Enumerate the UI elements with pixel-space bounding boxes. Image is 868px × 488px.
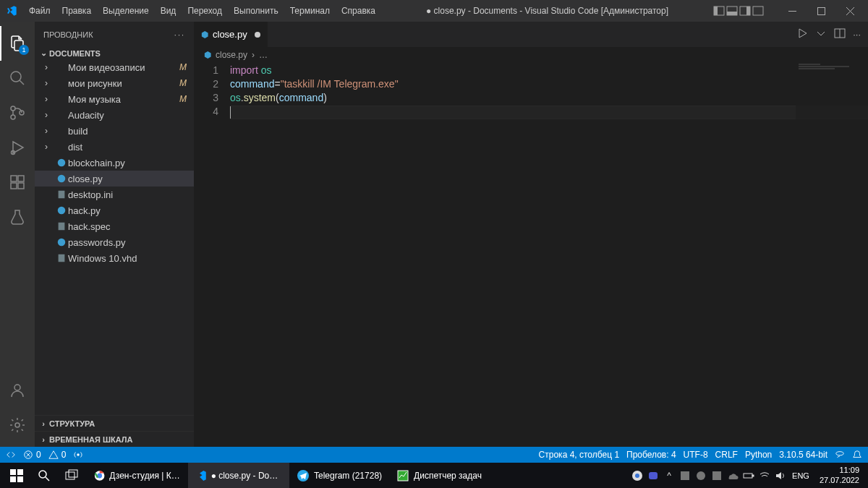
svg-rect-24 [59,223,65,231]
sidebar-more-icon[interactable]: ··· [174,30,185,39]
taskbar: Дзен-студия | Как з...● close.py - Docum… [0,463,868,488]
taskbar-app[interactable]: Дзен-студия | Как з... [87,463,188,488]
file-tree: ›Мои видеозаписиM›мои рисункиM›Моя музык… [35,59,194,266]
menu-go[interactable]: Переход [182,0,228,22]
menu-edit[interactable]: Правка [56,0,98,22]
tabs-row: ⬢ close.py ··· [194,22,868,47]
status-notifications-icon[interactable] [852,450,862,460]
svg-point-30 [77,453,80,456]
status-python-version[interactable]: 3.10.5 64-bit [779,450,827,460]
activity-accounts[interactable] [0,373,35,408]
minimap[interactable] [796,63,868,447]
toggle-panel-icon[interactable] [726,5,738,17]
status-live-icon[interactable] [73,450,83,460]
maximize-button[interactable] [809,0,833,22]
tray-discord-icon[interactable] [647,470,659,481]
status-remote-icon[interactable] [6,450,16,460]
menu-view[interactable]: Вид [155,0,182,22]
activity-explorer[interactable]: 1 [0,26,35,61]
status-errors[interactable]: 0 [23,450,41,460]
more-actions-icon[interactable]: ··· [853,29,861,40]
tray-app3-icon[interactable] [711,470,723,481]
tree-item[interactable]: ›Мои видеозаписиM [35,59,194,75]
taskbar-app[interactable]: ● close.py - Docum... [188,463,289,488]
svg-point-35 [39,471,46,478]
tree-item[interactable]: hack.spec [35,218,194,234]
taskbar-language[interactable]: ENG [792,471,809,480]
svg-rect-32 [17,469,23,475]
status-cursor-position[interactable]: Строка 4, столбец 1 [539,450,619,460]
code-editor[interactable]: 1 2 3 4 import os command="taskkill /IM … [194,63,868,447]
timeline-section[interactable]: › ВРЕМЕННАЯ ШКАЛА [35,431,194,447]
task-view-icon[interactable] [59,463,84,488]
menu-terminal[interactable]: Терминал [284,0,336,22]
editor-actions: ··· [789,22,868,47]
menu-selection[interactable]: Выделение [97,0,155,22]
taskbar-search-icon[interactable] [32,463,56,488]
svg-point-25 [58,239,66,247]
status-language[interactable]: Python [745,450,772,460]
tree-item[interactable]: close.py [35,171,194,187]
activity-search[interactable] [0,61,35,95]
tray-onedrive-icon[interactable] [727,470,739,481]
minimize-button[interactable] [780,0,804,22]
menu-help[interactable]: Справка [336,0,381,22]
split-editor-icon[interactable] [834,27,846,41]
tray-wifi-icon[interactable] [759,470,770,481]
tree-item[interactable]: blockchain.py [35,155,194,171]
toggle-secondary-sidebar-icon[interactable] [739,5,751,17]
tray-app2-icon[interactable] [695,470,707,481]
activity-settings[interactable] [0,408,35,442]
taskbar-app[interactable]: Диспетчер задач [389,463,489,488]
svg-rect-14 [11,176,17,181]
tree-item[interactable]: ›build [35,123,194,139]
tray-volume-icon[interactable] [775,470,786,481]
tree-item[interactable]: ›мои рисункиM [35,75,194,91]
start-button[interactable] [4,463,29,488]
tab-close-py[interactable]: ⬢ close.py [194,22,268,47]
tree-item[interactable]: desktop.ini [35,187,194,202]
svg-rect-3 [727,12,737,15]
svg-rect-8 [817,7,825,14]
tray-chevron-up-icon[interactable]: ^ [663,470,675,481]
taskbar-app[interactable]: Telegram (21728) [289,463,389,488]
tree-item[interactable]: ›Audacity [35,107,194,123]
status-eol[interactable]: CRLF [715,450,738,460]
svg-rect-45 [681,471,689,480]
activity-testing[interactable] [0,200,35,234]
tab-label: close.py [213,29,247,40]
status-indentation[interactable]: Пробелов: 4 [626,450,676,460]
tree-item[interactable]: ›Моя музыкаM [35,91,194,107]
toggle-primary-sidebar-icon[interactable] [713,5,725,17]
tray-chrome-icon[interactable] [631,470,643,481]
tray-battery-icon[interactable] [743,470,754,481]
breadcrumbs[interactable]: ⬢ close.py › … [194,47,868,63]
tree-item[interactable]: hack.py [35,202,194,218]
tray-app1-icon[interactable] [679,470,691,481]
activity-run-debug[interactable] [0,130,35,165]
tree-item[interactable]: Windows 10.vhd [35,250,194,266]
python-file-icon: ⬢ [201,30,208,40]
run-icon[interactable] [796,27,808,41]
outline-section[interactable]: › СТРУКТУРА [35,415,194,431]
tree-item[interactable]: ›dist [35,139,194,155]
svg-rect-34 [17,476,23,482]
status-feedback-icon[interactable] [835,450,845,460]
activity-scm[interactable] [0,95,35,130]
menu-file[interactable]: Файл [23,0,56,22]
editor-area: ⬢ close.py ··· ⬢ close.py › … 1 2 3 4 [194,22,868,447]
status-encoding[interactable]: UTF-8 [684,450,708,460]
tree-item[interactable]: passwords.py [35,234,194,250]
svg-rect-1 [714,7,718,15]
breadcrumb-sep: › [252,50,255,60]
menu-run[interactable]: Выполнить [228,0,284,22]
run-dropdown-icon[interactable] [815,27,827,41]
customize-layout-icon[interactable] [752,5,764,17]
activity-extensions[interactable] [0,165,35,200]
close-button[interactable] [838,0,862,22]
taskbar-clock[interactable]: 11:09 27.07.2022 [815,464,864,486]
status-warnings[interactable]: 0 [48,450,67,460]
vscode-logo-icon [6,5,17,17]
system-tray[interactable]: ^ [631,470,786,481]
folder-root[interactable]: ⌄ DOCUMENTS [35,47,194,59]
